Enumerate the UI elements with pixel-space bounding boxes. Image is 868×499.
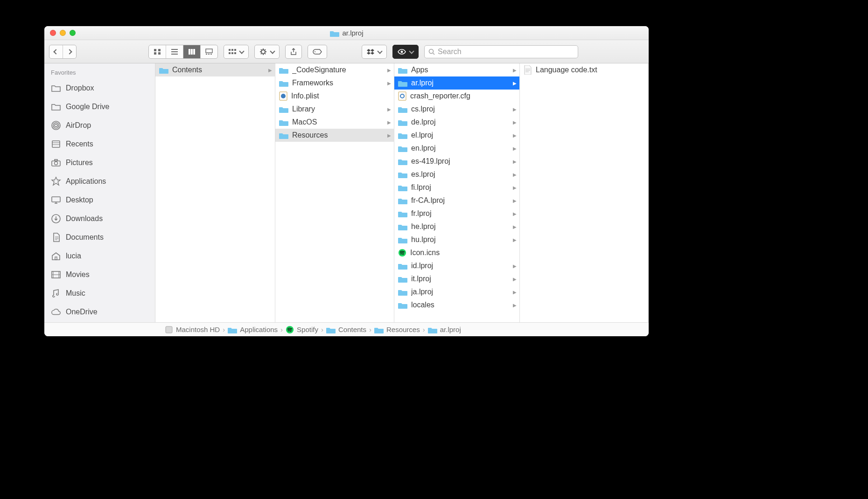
folder-row[interactable]: hu.lproj▶ (394, 233, 519, 246)
folder-row[interactable]: _CodeSignature▶ (275, 63, 394, 76)
sidebar-item-movies[interactable]: Movies (44, 265, 155, 284)
folder-row[interactable]: Frameworks▶ (275, 76, 394, 90)
crumb-label: Spotify (297, 326, 318, 333)
folder-row[interactable]: Apps▶ (394, 63, 519, 76)
path-crumb[interactable]: Applications (228, 326, 278, 333)
folder-row[interactable]: locales▶ (394, 298, 519, 312)
privacy-button[interactable] (392, 45, 419, 59)
tags-button[interactable] (308, 45, 327, 59)
column-1[interactable]: Contents▶ (155, 63, 275, 322)
folder-row[interactable]: fr-CA.lproj▶ (394, 194, 519, 207)
file-row[interactable]: crash_reporter.cfg (394, 90, 519, 103)
disclosure-arrow-icon: ▶ (513, 224, 517, 229)
movie-icon (51, 270, 61, 280)
sidebar-item-music[interactable]: Music (44, 284, 155, 303)
folder-row[interactable]: es.lproj▶ (394, 168, 519, 181)
item-name: id.lproj (411, 262, 509, 270)
action-menu-button[interactable] (254, 45, 280, 59)
path-crumb[interactable]: ar.lproj (428, 326, 461, 333)
doc-icon (51, 232, 61, 243)
sidebar-item-documents[interactable]: Documents (44, 228, 155, 247)
item-name: _CodeSignature (292, 66, 384, 74)
folder-row[interactable]: en.lproj▶ (394, 142, 519, 155)
sidebar-item-airdrop[interactable]: AirDrop (44, 116, 155, 135)
folder-row[interactable]: it.lproj▶ (394, 272, 519, 285)
file-row[interactable]: Language code.txt (520, 63, 648, 76)
sidebar-item-applications[interactable]: Applications (44, 172, 155, 191)
sidebar-item-lucia[interactable]: lucia (44, 247, 155, 265)
close-button[interactable] (50, 30, 56, 36)
sidebar-item-google-drive[interactable]: Google Drive (44, 97, 155, 116)
file-row[interactable]: Icon.icns (394, 246, 519, 259)
file-row[interactable]: Info.plist (275, 90, 394, 103)
path-crumb[interactable]: Macintosh HD (165, 325, 220, 334)
folder-row[interactable]: es-419.lproj▶ (394, 155, 519, 168)
minimize-button[interactable] (60, 30, 66, 36)
path-crumb[interactable]: Resources (374, 326, 420, 333)
item-name: cs.lproj (411, 105, 509, 113)
forward-button[interactable] (63, 45, 76, 58)
sidebar-item-downloads[interactable]: Downloads (44, 209, 155, 228)
crumb-label: Applications (240, 326, 278, 333)
folder-row[interactable]: el.lproj▶ (394, 129, 519, 142)
folder-row[interactable]: fr.lproj▶ (394, 207, 519, 220)
column-view-button[interactable] (183, 45, 201, 58)
disclosure-arrow-icon: ▶ (513, 237, 517, 243)
sidebar-item-label: lucia (66, 252, 81, 260)
folder-row[interactable]: id.lproj▶ (394, 259, 519, 272)
folder-row[interactable]: fi.lproj▶ (394, 181, 519, 194)
cloud-icon (51, 307, 61, 317)
crumb-label: Resources (386, 326, 420, 333)
folder-row[interactable]: Resources▶ (275, 129, 394, 142)
path-crumb[interactable]: Contents (326, 326, 366, 333)
item-name: de.lproj (411, 118, 509, 126)
path-crumb[interactable]: Spotify (286, 325, 318, 334)
folder-row[interactable]: MacOS▶ (275, 116, 394, 129)
folder-row[interactable]: ar.lproj▶ (394, 76, 519, 90)
folder-row[interactable]: de.lproj▶ (394, 116, 519, 129)
chevron-right-icon: › (280, 326, 283, 333)
column-3[interactable]: Apps▶ar.lproj▶crash_reporter.cfgcs.lproj… (394, 63, 520, 322)
svg-rect-10 (189, 49, 190, 55)
gallery-view-button[interactable] (201, 45, 217, 58)
disclosure-arrow-icon: ▶ (513, 81, 517, 86)
share-icon (290, 48, 297, 55)
svg-point-32 (55, 162, 58, 165)
share-button[interactable] (285, 45, 302, 59)
sidebar-item-onedrive[interactable]: OneDrive (44, 303, 155, 321)
sidebar-item-recents[interactable]: Recents (44, 135, 155, 153)
item-name: Library (292, 105, 384, 113)
svg-point-27 (55, 124, 57, 127)
icon-view-icon (154, 49, 161, 55)
svg-rect-7 (158, 49, 161, 51)
folder-row[interactable]: Contents▶ (155, 63, 275, 76)
disclosure-arrow-icon: ▶ (513, 172, 517, 177)
svg-rect-21 (231, 52, 233, 54)
search-field[interactable]: Search (424, 45, 578, 58)
dropbox-button[interactable] (362, 45, 387, 59)
svg-rect-18 (231, 49, 233, 51)
group-by-button[interactable] (224, 45, 249, 59)
folder-row[interactable]: ja.lproj▶ (394, 285, 519, 298)
folder-row[interactable]: cs.lproj▶ (394, 103, 519, 116)
sidebar-item-dropbox[interactable]: Dropbox (44, 79, 155, 97)
icon-view-button[interactable] (149, 45, 166, 58)
fullscreen-button[interactable] (70, 30, 76, 36)
item-name: Info.plist (291, 92, 391, 100)
sidebar-item-pictures[interactable]: Pictures (44, 153, 155, 172)
recents-icon (51, 139, 61, 149)
body: Favorites DropboxGoogle DriveAirDropRece… (44, 63, 649, 322)
sidebar-item-desktop[interactable]: Desktop (44, 191, 155, 209)
column-view-icon (188, 49, 196, 55)
titlebar: ar.lproj (44, 26, 649, 40)
item-name: Apps (411, 66, 509, 74)
folder-row[interactable]: he.lproj▶ (394, 220, 519, 233)
disclosure-arrow-icon: ▶ (513, 303, 517, 308)
back-button[interactable] (49, 45, 63, 58)
svg-rect-22 (234, 52, 236, 54)
column-4[interactable]: Language code.txt (520, 63, 649, 322)
list-view-button[interactable] (166, 45, 183, 58)
svg-rect-12 (193, 49, 195, 55)
folder-row[interactable]: Library▶ (275, 103, 394, 116)
column-2[interactable]: _CodeSignature▶Frameworks▶Info.plistLibr… (275, 63, 394, 322)
